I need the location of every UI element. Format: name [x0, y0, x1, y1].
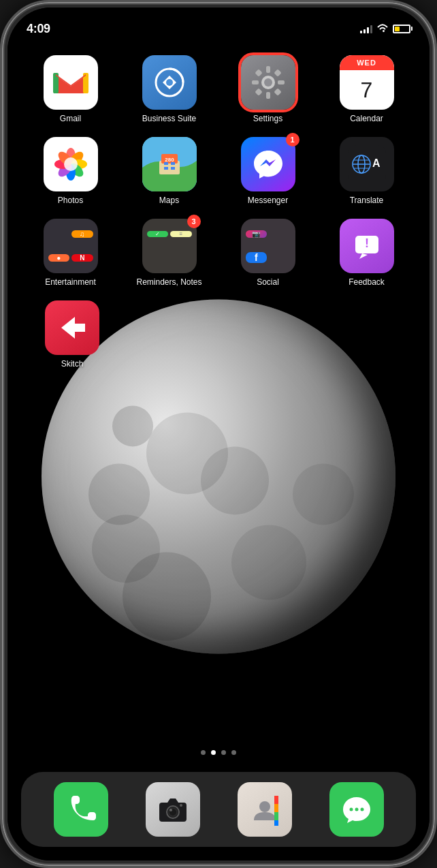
skitch-icon — [45, 300, 99, 355]
skitch-label: Skitch — [61, 359, 84, 369]
app-row-2: Photos 280 — [21, 137, 416, 205]
svg-rect-30 — [164, 167, 168, 170]
app-feedback[interactable]: ! Feedback — [323, 219, 411, 287]
svg-point-46 — [169, 809, 172, 811]
page-dot-3 — [221, 750, 226, 755]
phone-screen: 4:09 — [7, 7, 430, 861]
battery-icon — [393, 25, 410, 33]
maps-label: Maps — [159, 196, 179, 205]
svg-rect-50 — [274, 804, 278, 812]
svg-point-54 — [355, 808, 358, 811]
app-translate[interactable]: A Translate — [323, 137, 411, 205]
app-messenger[interactable]: 1 — [224, 137, 312, 205]
messages-dock-icon — [329, 782, 384, 837]
app-settings[interactable]: Settings — [224, 55, 312, 123]
app-skitch[interactable]: Skitch — [28, 300, 116, 369]
page-dots — [7, 750, 430, 755]
gmail-label: Gmail — [60, 114, 81, 123]
translate-label: Translate — [350, 196, 384, 205]
entertainment-folder-icon: ♫ ● N — [44, 219, 98, 273]
dock-phone[interactable] — [54, 782, 108, 837]
calendar-label: Calendar — [350, 114, 383, 123]
svg-point-53 — [349, 808, 353, 811]
maps-icon: 280 — [142, 137, 197, 191]
dock-camera[interactable] — [146, 782, 200, 837]
business-suite-icon — [142, 55, 197, 110]
app-row-4: Skitch — [21, 300, 416, 369]
feedback-label: Feedback — [349, 277, 385, 287]
app-maps[interactable]: 280 Maps — [125, 137, 214, 205]
photos-label: Photos — [58, 196, 83, 205]
battery-fill — [395, 27, 400, 31]
svg-point-55 — [360, 808, 363, 811]
page-dot-1 — [201, 750, 206, 755]
settings-label: Settings — [253, 114, 282, 123]
svg-point-23 — [64, 157, 78, 171]
svg-text:A: A — [372, 157, 381, 169]
phone-frame: 4:09 — [0, 0, 437, 868]
photos-icon — [44, 137, 98, 191]
svg-marker-41 — [61, 317, 85, 339]
svg-text:!: ! — [365, 236, 369, 250]
svg-rect-51 — [274, 812, 278, 820]
contacts-dock-icon — [238, 782, 292, 837]
app-reminders-notes-folder[interactable]: 3 ✓ ≡ Reminders, Notes — [125, 219, 214, 287]
calendar-icon: WED 7 — [340, 55, 394, 110]
wifi-icon — [376, 23, 389, 35]
feedback-icon: ! — [340, 219, 394, 273]
svg-rect-49 — [274, 796, 278, 804]
dock — [21, 772, 416, 847]
svg-point-48 — [259, 801, 270, 812]
app-business-suite[interactable]: Business Suite — [125, 55, 214, 123]
svg-text:280: 280 — [165, 157, 174, 163]
messenger-label: Messenger — [248, 196, 288, 205]
svg-rect-52 — [274, 820, 278, 826]
svg-rect-28 — [164, 162, 168, 165]
app-calendar[interactable]: WED 7 Calendar — [323, 55, 411, 123]
dock-contacts[interactable] — [238, 782, 292, 837]
app-gmail[interactable]: Gmail — [27, 55, 115, 123]
status-icons — [360, 23, 410, 35]
signal-icon — [360, 24, 372, 33]
social-label: Social — [257, 277, 279, 287]
calendar-date: 7 — [361, 78, 373, 103]
svg-rect-29 — [171, 162, 175, 165]
app-row-3: ♫ ● N Entertainment 3 ✓ ≡ — [21, 219, 416, 287]
page-dot-2 — [211, 750, 216, 755]
svg-point-47 — [180, 804, 182, 807]
translate-icon: A — [340, 137, 394, 191]
dock-messages[interactable] — [329, 782, 384, 837]
app-photos[interactable]: Photos — [27, 137, 115, 205]
messenger-icon — [241, 137, 295, 191]
app-grid: Gmail Business S — [7, 48, 430, 389]
app-row-1: Gmail Business S — [21, 55, 416, 123]
svg-rect-31 — [171, 167, 175, 170]
app-entertainment-folder[interactable]: ♫ ● N Entertainment — [27, 219, 115, 287]
app-social-folder[interactable]: 📷 f Social — [224, 219, 312, 287]
status-time: 4:09 — [27, 22, 50, 36]
notch — [167, 7, 270, 27]
reminders-badge: 3 — [187, 215, 201, 228]
social-folder-icon: 📷 f — [241, 219, 295, 273]
entertainment-label: Entertainment — [45, 277, 96, 287]
phone-dock-icon — [54, 782, 108, 837]
svg-point-4 — [166, 79, 173, 86]
reminders-folder-icon: ✓ ≡ — [142, 219, 197, 273]
calendar-day-label: WED — [357, 59, 376, 67]
gmail-icon — [44, 55, 98, 110]
camera-dock-icon — [146, 782, 200, 837]
page-dot-4 — [231, 750, 236, 755]
business-suite-label: Business Suite — [142, 114, 196, 123]
reminders-notes-label: Reminders, Notes — [136, 277, 201, 287]
messenger-badge: 1 — [286, 133, 300, 146]
settings-highlight-border — [238, 52, 298, 112]
